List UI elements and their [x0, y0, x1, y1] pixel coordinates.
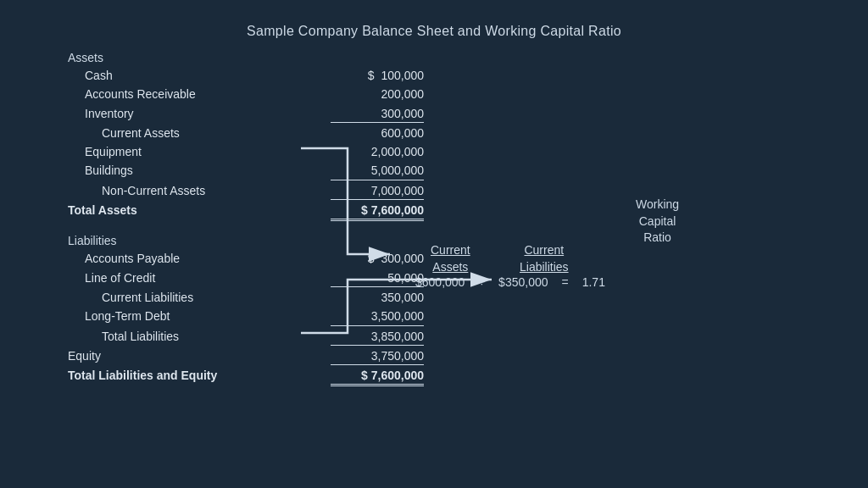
line-of-credit-label: Line of Credit	[85, 269, 331, 286]
long-term-debt-label: Long-Term Debt	[85, 308, 331, 324]
accounts-receivable-value: 200,000	[331, 86, 424, 103]
assets-header: Assets	[68, 51, 424, 64]
inventory-row: Inventory 300,000	[68, 104, 424, 124]
total-liabilities-equity-label: Total Liabilities and Equity	[68, 367, 331, 384]
current-liabilities-col-label: CurrentLiabilities	[520, 243, 569, 274]
working-capital-column: WorkingCapitalRatio	[636, 197, 679, 247]
equation-ratio-value: 1.71	[582, 275, 605, 289]
equation-equals-symbol: =	[562, 275, 569, 289]
inventory-label: Inventory	[85, 105, 331, 122]
current-assets-col-label: CurrentAssets	[431, 243, 470, 274]
equation-assets-value: $600,000	[415, 275, 465, 289]
equity-label: Equity	[68, 347, 331, 364]
accounts-receivable-label: Accounts Receivable	[85, 86, 331, 103]
equipment-label: Equipment	[85, 143, 331, 160]
buildings-label: Buildings	[85, 162, 331, 179]
cash-row: Cash $ 100,000	[68, 66, 424, 85]
total-assets-label: Total Assets	[68, 202, 331, 219]
equation-divide-symbol: ÷	[478, 275, 485, 289]
current-liabilities-column: CurrentLiabilities	[520, 242, 569, 275]
cash-label: Cash	[85, 67, 331, 84]
cash-value: $ 100,000	[331, 67, 424, 84]
equation-liabilities-value: $350,000	[498, 275, 548, 289]
page-title: Sample Company Balance Sheet and Working…	[0, 0, 868, 39]
current-assets-column: CurrentAssets	[431, 242, 470, 275]
accounts-receivable-row: Accounts Receivable 200,000	[68, 85, 424, 103]
working-capital-col-label: WorkingCapitalRatio	[636, 197, 679, 244]
inventory-value: 300,000	[331, 105, 424, 123]
ratio-equation-row: $600,000 ÷ $350,000 = 1.71	[415, 275, 605, 289]
main-container: Sample Company Balance Sheet and Working…	[0, 0, 868, 488]
accounts-payable-label: Accounts Payable	[85, 250, 331, 267]
